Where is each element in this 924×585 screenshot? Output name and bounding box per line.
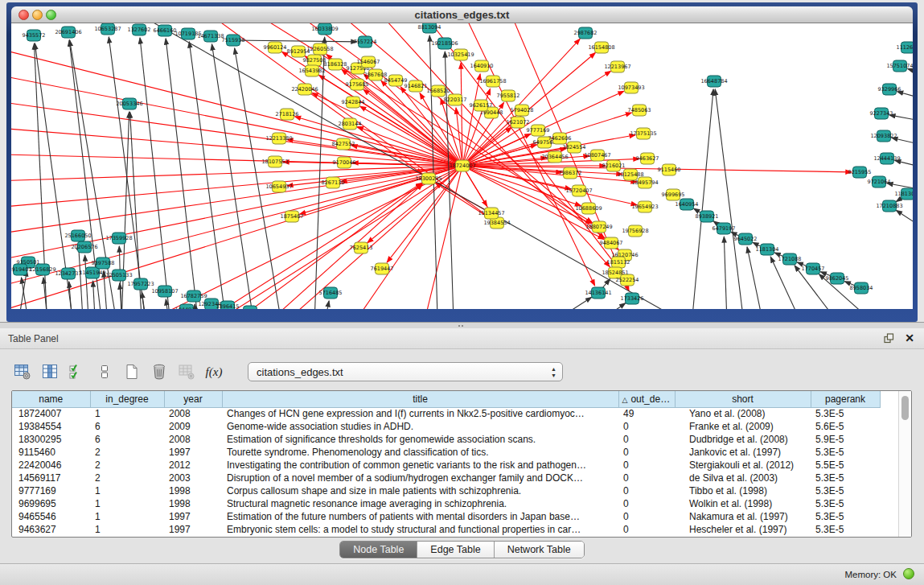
network-canvas[interactable]: 1872400799601248912954122605589827508165…	[11, 23, 913, 309]
network-node[interactable]: 10653287	[94, 23, 121, 35]
network-edge[interactable]	[142, 292, 150, 309]
column-header-short[interactable]: short	[675, 391, 811, 407]
network-node[interactable]: 1112682	[897, 42, 913, 53]
table-scrollbar-thumb[interactable]	[901, 396, 909, 420]
table-row[interactable]: 969969511998Structural magnetic resonanc…	[12, 497, 880, 510]
network-node[interactable]: 1770457	[802, 263, 825, 274]
network-node[interactable]: 20053346	[116, 98, 142, 109]
network-node[interactable]: 9960124	[264, 42, 287, 53]
network-edge[interactable]	[101, 23, 728, 309]
network-edge[interactable]	[165, 183, 422, 309]
network-edge[interactable]	[897, 92, 913, 101]
column-header-year[interactable]: year	[164, 391, 222, 407]
network-node[interactable]: 6466160	[154, 25, 177, 36]
network-node[interactable]: 9227343	[870, 108, 893, 119]
network-node[interactable]: 2987682	[574, 27, 598, 39]
network-window-titlebar[interactable]: citations_edges.txt	[11, 6, 913, 23]
network-edge[interactable]	[79, 244, 84, 309]
network-node[interactable]: 12260558	[306, 43, 333, 55]
network-node[interactable]: 8267130	[322, 177, 345, 188]
network-edge[interactable]	[795, 266, 856, 309]
network-edge[interactable]	[93, 281, 97, 309]
network-edge[interactable]	[235, 48, 285, 309]
network-node[interactable]: 9435572	[23, 30, 46, 41]
network-node[interactable]: 7955812	[497, 90, 520, 101]
network-edge[interactable]	[233, 40, 357, 42]
table-row[interactable]: 1872400712008Changes of HCN gene express…	[12, 407, 880, 420]
network-edge[interactable]	[895, 160, 913, 170]
network-node[interactable]: 12342737	[55, 268, 81, 279]
network-node[interactable]: 9146821	[405, 80, 428, 92]
network-node[interactable]: 1896415	[216, 301, 240, 309]
table-row[interactable]: 977716911998Corpus callosum shape and si…	[12, 484, 880, 497]
network-edge[interactable]	[257, 166, 462, 309]
network-node[interactable]: 10958107	[151, 286, 178, 297]
show-column-button[interactable]	[39, 360, 61, 383]
network-edge[interactable]	[320, 301, 329, 309]
network-edge[interactable]	[515, 297, 592, 309]
network-node[interactable]: 16033809	[311, 23, 338, 35]
network-node[interactable]: 22420046	[291, 84, 318, 95]
network-edge[interactable]	[166, 39, 201, 309]
delete-table-button[interactable]	[175, 360, 198, 383]
float-panel-icon[interactable]	[882, 332, 895, 344]
network-node[interactable]: 9862045	[826, 273, 849, 284]
column-header-title[interactable]: title	[222, 391, 618, 407]
network-edge[interactable]	[169, 23, 491, 218]
column-header-pagerank[interactable]: pagerank	[811, 391, 880, 407]
network-node[interactable]: 12213389	[265, 133, 292, 144]
row-height-button[interactable]	[93, 360, 116, 383]
network-edge[interactable]	[892, 138, 913, 147]
table-row[interactable]: 1830029562008Estimation of significance …	[12, 433, 880, 446]
delete-button[interactable]	[148, 360, 170, 383]
network-edge[interactable]	[715, 89, 746, 309]
table-row[interactable]: 946554611997Estimation of the future num…	[12, 510, 880, 523]
network-node[interactable]: 10807467	[584, 150, 610, 161]
table-row[interactable]: 1456911722003Disruption of a novel membe…	[12, 472, 880, 484]
network-node[interactable]: 9721064	[868, 176, 891, 187]
network-node[interactable]: 1640910	[470, 60, 494, 72]
select-columns-button[interactable]	[66, 360, 88, 383]
network-node[interactable]: 17359928	[105, 233, 132, 244]
network-node[interactable]: 12444139	[873, 153, 900, 164]
network-node[interactable]: 2718126	[276, 109, 299, 120]
table-row[interactable]: 946362711997Embryonic stem cells: a mode…	[12, 523, 880, 536]
network-node[interactable]: 17957223	[127, 278, 154, 290]
network-node[interactable]: 14136141	[585, 287, 611, 299]
network-node[interactable]: 15751074	[886, 60, 913, 72]
table-row[interactable]: 911546021997Tourette syndrome. Phenomeno…	[12, 446, 880, 459]
network-node[interactable]: 12093822	[870, 130, 897, 142]
network-edge[interactable]	[889, 115, 913, 123]
network-edge[interactable]	[724, 237, 728, 309]
network-table-select[interactable]: citations_edges.txt ▲▼	[248, 362, 563, 381]
network-edge[interactable]	[747, 247, 768, 309]
network-edge[interactable]	[314, 37, 325, 309]
tab-network-table[interactable]: Network Table	[494, 542, 584, 558]
network-node[interactable]: 16961758	[479, 76, 506, 87]
table-row[interactable]: 1938455462009Genome-wide association stu…	[12, 420, 880, 433]
network-edge[interactable]	[450, 23, 595, 286]
network-node[interactable]: 9827508	[303, 55, 326, 66]
network-node[interactable]: 10719185	[175, 28, 201, 39]
network-node[interactable]: 19654923	[631, 201, 658, 212]
network-node[interactable]: 8912954	[287, 46, 310, 57]
network-edge[interactable]	[896, 210, 913, 234]
new-file-button[interactable]	[121, 360, 143, 383]
tab-edge-table[interactable]: Edge Table	[417, 542, 493, 558]
network-svg[interactable]: 1872400799601248912954122605589827508165…	[11, 23, 913, 309]
network-node[interactable]: 8938921	[696, 211, 719, 222]
network-node[interactable]: 16648784	[700, 76, 727, 87]
table-scrollbar[interactable]	[898, 391, 911, 537]
function-builder-button[interactable]: f(x)	[203, 360, 225, 383]
network-node[interactable]: 17375135	[630, 128, 656, 139]
column-header-in_degree[interactable]: in_degree	[90, 391, 164, 407]
network-edge[interactable]	[907, 68, 913, 77]
network-edge[interactable]	[563, 303, 626, 309]
network-node[interactable]: 7619447	[371, 263, 394, 274]
close-panel-icon[interactable]: ✕	[903, 332, 916, 344]
network-node[interactable]: 8958034	[850, 282, 873, 294]
network-node[interactable]: 14671338	[197, 31, 224, 42]
column-header-name[interactable]: name	[12, 391, 90, 407]
network-edge[interactable]	[305, 56, 462, 166]
network-node[interactable]: 11813049	[894, 188, 913, 200]
